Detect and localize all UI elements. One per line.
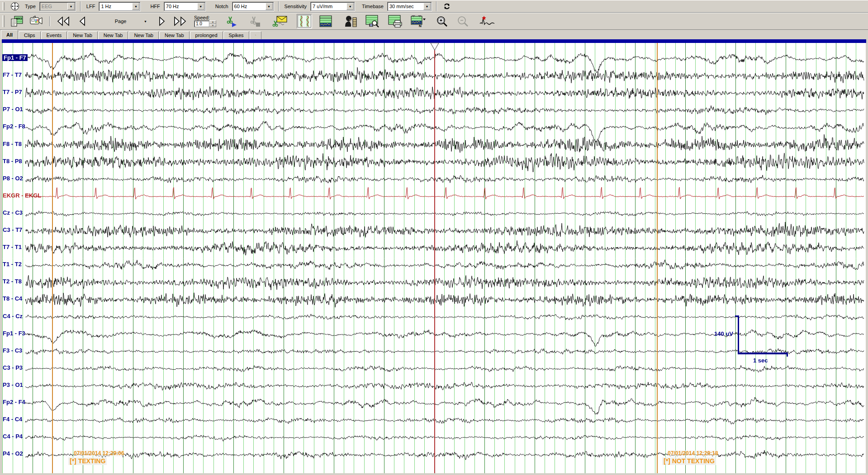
channel-label-p4-o2[interactable]: P4 - O2	[3, 450, 23, 457]
channel-label-fp1-f7[interactable]: Fp1 - F7	[2, 54, 28, 61]
tab-prolonged[interactable]: prolonged	[190, 31, 223, 39]
sensitivity-select[interactable]: 7 uV/mm ▼	[310, 2, 355, 11]
notch-select[interactable]: 60 Hz ▼	[232, 2, 274, 11]
channel-label-fp1-f3[interactable]: Fp1 - F3	[3, 330, 25, 337]
montage-grid-button[interactable]	[318, 14, 333, 28]
type-select[interactable]: EEG ▼	[39, 2, 76, 11]
lff-label: LFF	[85, 4, 96, 9]
patient-info-button[interactable]	[343, 14, 358, 28]
toolbar-grip[interactable]	[2, 2, 5, 10]
channel-label-ekgr-ekgl[interactable]: EKGR - EKGL	[3, 192, 41, 199]
filter-toolbar: Type EEG ▼ LFF 1 Hz ▼ HFF 70 Hz ▼ Notch …	[0, 0, 868, 13]
channel-label-p3-o1[interactable]: P3 - O1	[3, 381, 23, 388]
study-search-button[interactable]	[365, 14, 381, 28]
window-left-edge	[0, 43, 2, 475]
workspace-button[interactable]: WKS	[9, 14, 24, 28]
channel-label-t8-p8[interactable]: T8 - P8	[3, 158, 22, 165]
notch-label: Notch	[214, 4, 229, 9]
scale-time-bar	[738, 353, 788, 354]
channel-label-p8-o2[interactable]: P8 - O2	[3, 175, 23, 182]
annotation-marker-line-0[interactable]	[52, 43, 53, 474]
channel-label-p7-o1[interactable]: P7 - O1	[3, 106, 23, 113]
page-select-label: Page	[97, 19, 144, 24]
channel-label-t2-t8[interactable]: T2 - T8	[3, 278, 22, 285]
scale-right-tick	[787, 353, 788, 357]
channel-label-f7-t7[interactable]: F7 - T7	[3, 71, 22, 78]
page-select[interactable]: Page ▼	[97, 19, 147, 24]
clip-email-icon	[272, 15, 288, 27]
rewind-button[interactable]	[56, 15, 71, 28]
tab-spikes[interactable]: Spikes	[223, 31, 249, 39]
step-back-button[interactable]	[77, 15, 87, 28]
speed-control: Speed: 1.0 ▲▼	[194, 15, 216, 27]
step-forward-button[interactable]	[157, 15, 167, 28]
tab-events[interactable]: Events	[41, 31, 67, 39]
tab-new-tab-6[interactable]: New Tab	[159, 31, 190, 39]
clip-stop-button[interactable]	[248, 14, 262, 28]
annotation-label-0[interactable]: [*] TEXTING	[68, 457, 107, 465]
toolbar-grip[interactable]	[2, 15, 5, 27]
channel-label-t7-t1[interactable]: T7 - T1	[3, 244, 22, 250]
time-cursor-line[interactable]	[434, 43, 435, 474]
channel-label-t8-c4[interactable]: T8 - C4	[3, 295, 22, 302]
separator	[278, 1, 279, 11]
speed-spinner[interactable]: ▲▼	[209, 20, 216, 27]
tab-new-tab-3[interactable]: New Tab	[67, 31, 98, 39]
channel-label-f8-t8[interactable]: F8 - T8	[3, 141, 22, 147]
window-right-edge	[866, 43, 868, 475]
chevron-down-icon: ▼	[132, 3, 139, 10]
separator	[80, 1, 81, 11]
channel-label-t1-t2[interactable]: T1 - T2	[3, 261, 22, 268]
zoom-out-icon	[457, 15, 469, 27]
speed-label: Speed:	[194, 15, 210, 20]
print-icon	[388, 15, 403, 28]
fast-forward-button[interactable]	[172, 15, 188, 28]
clip-play-button[interactable]	[224, 14, 239, 28]
channel-label-c4-cz[interactable]: C4 - Cz	[3, 313, 23, 320]
scale-time-label: 1 sec	[753, 357, 768, 364]
sensitivity-label: Sensitivity	[284, 4, 308, 9]
step-back-icon	[78, 16, 86, 27]
chart-globe-icon	[10, 2, 19, 11]
montage-traces-toggle[interactable]	[297, 14, 312, 28]
hff-select[interactable]: 70 Hz ▼	[164, 2, 205, 11]
zoom-out-button[interactable]	[456, 14, 470, 28]
clip-email-button[interactable]	[271, 14, 289, 28]
zoom-in-icon	[436, 15, 448, 27]
zoom-in-button[interactable]	[435, 14, 449, 28]
tab-new-tab-4[interactable]: New Tab	[98, 31, 128, 39]
channel-label-f4-c4[interactable]: F4 - C4	[3, 416, 22, 423]
spike-detection-button[interactable]	[479, 14, 496, 28]
scale-voltage-bar	[738, 315, 739, 354]
chevron-down-icon: ▼	[423, 3, 431, 10]
annotation-marker-line-1[interactable]	[657, 43, 658, 474]
spike-detection-icon	[479, 15, 495, 27]
channel-label-f3-c3[interactable]: F3 - C3	[3, 347, 22, 354]
tab-all[interactable]: All	[1, 30, 18, 39]
annotation-label-1[interactable]: [*] NOT TEXTING	[662, 457, 716, 465]
clip-cut-stop-icon	[249, 15, 261, 27]
svg-text:N: N	[419, 24, 422, 28]
study-search-icon	[365, 15, 380, 28]
add-tab-button[interactable]	[250, 31, 261, 39]
workspace-icon: WKS	[10, 15, 23, 27]
video-button[interactable]	[28, 14, 44, 28]
tab-clips[interactable]: Clips	[19, 31, 40, 39]
time-cursor-handle[interactable]	[430, 42, 439, 52]
channel-label-fp2-f8[interactable]: Fp2 - F8	[3, 123, 25, 130]
speed-input[interactable]: 1.0	[194, 20, 209, 27]
channel-label-c3-p3[interactable]: C3 - P3	[3, 364, 23, 371]
refresh-button[interactable]	[441, 1, 452, 11]
channel-label-t7-p7[interactable]: T7 - P7	[3, 89, 22, 95]
channel-label-c3-t7[interactable]: C3 - T7	[3, 226, 22, 233]
tab-new-tab-5[interactable]: New Tab	[128, 31, 159, 39]
lff-select[interactable]: 1 Hz ▼	[99, 2, 140, 11]
channel-label-c4-p4[interactable]: C4 - P4	[3, 433, 23, 440]
channel-label-fp2-f4[interactable]: Fp2 - F4	[3, 399, 25, 405]
hff-label: HFF	[149, 4, 161, 9]
chart-globe-button[interactable]	[9, 1, 21, 12]
annotation-filter-button[interactable]: N	[410, 14, 427, 28]
print-button[interactable]	[387, 14, 403, 28]
channel-label-cz-c3[interactable]: Cz - C3	[3, 209, 23, 216]
timebase-select[interactable]: 30 mm/sec ▼	[387, 2, 432, 11]
